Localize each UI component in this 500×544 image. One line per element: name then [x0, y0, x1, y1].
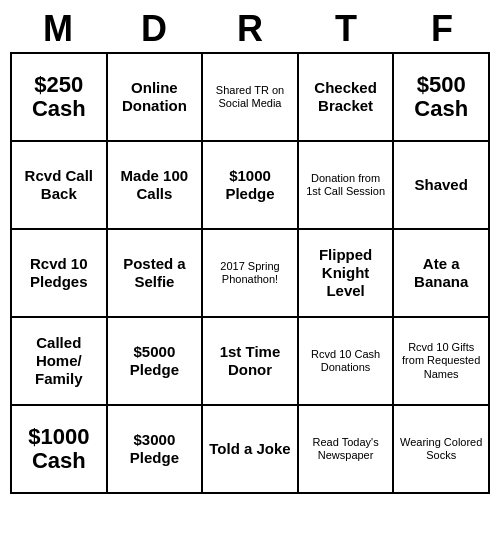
bingo-cell[interactable]: Made 100 Calls: [108, 142, 204, 230]
bingo-cell[interactable]: $500 Cash: [394, 54, 490, 142]
bingo-cell[interactable]: Shared TR on Social Media: [203, 54, 299, 142]
bingo-cell[interactable]: Rcvd 10 Cash Donations: [299, 318, 395, 406]
bingo-cell[interactable]: Donation from 1st Call Session: [299, 142, 395, 230]
bingo-cell[interactable]: $1000 Pledge: [203, 142, 299, 230]
bingo-cell[interactable]: $5000 Pledge: [108, 318, 204, 406]
bingo-cell[interactable]: Posted a Selfie: [108, 230, 204, 318]
bingo-cell[interactable]: $250 Cash: [12, 54, 108, 142]
bingo-cell[interactable]: Rcvd Call Back: [12, 142, 108, 230]
bingo-cell[interactable]: Read Today's Newspaper: [299, 406, 395, 494]
bingo-cell[interactable]: Called Home/ Family: [12, 318, 108, 406]
bingo-card: MDRTF $250 CashOnline DonationShared TR …: [10, 8, 490, 494]
bingo-cell[interactable]: Flipped Knight Level: [299, 230, 395, 318]
bingo-cell[interactable]: Online Donation: [108, 54, 204, 142]
bingo-header-letter: R: [202, 8, 298, 50]
bingo-cell[interactable]: 2017 Spring Phonathon!: [203, 230, 299, 318]
bingo-header-letter: M: [10, 8, 106, 50]
bingo-cell[interactable]: Ate a Banana: [394, 230, 490, 318]
bingo-header-letter: T: [298, 8, 394, 50]
bingo-cell[interactable]: $1000 Cash: [12, 406, 108, 494]
bingo-cell[interactable]: Told a Joke: [203, 406, 299, 494]
bingo-header-letter: D: [106, 8, 202, 50]
bingo-grid: $250 CashOnline DonationShared TR on Soc…: [10, 52, 490, 494]
bingo-cell[interactable]: Rcvd 10 Gifts from Requested Names: [394, 318, 490, 406]
bingo-cell[interactable]: $3000 Pledge: [108, 406, 204, 494]
bingo-cell[interactable]: Checked Bracket: [299, 54, 395, 142]
bingo-cell[interactable]: Rcvd 10 Pledges: [12, 230, 108, 318]
bingo-header: MDRTF: [10, 8, 490, 50]
bingo-cell[interactable]: Wearing Colored Socks: [394, 406, 490, 494]
bingo-header-letter: F: [394, 8, 490, 50]
bingo-cell[interactable]: Shaved: [394, 142, 490, 230]
bingo-cell[interactable]: 1st Time Donor: [203, 318, 299, 406]
